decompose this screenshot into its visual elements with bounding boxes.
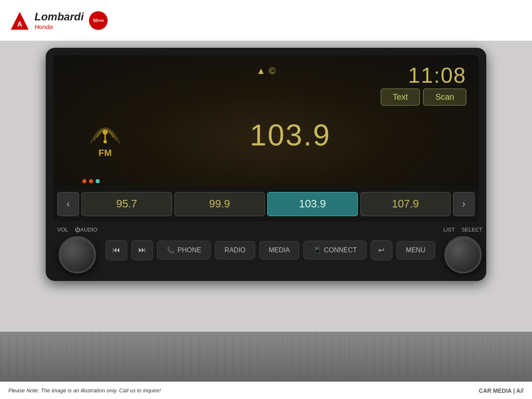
infotainment-screen: 11:08 ▲ © Text Scan FM 103 — [53, 55, 479, 222]
media-button[interactable]: MEDIA — [259, 241, 300, 259]
brand-sub: Honda — [34, 23, 84, 30]
dashboard-area — [0, 332, 532, 382]
logo-triangle-icon: A — [8, 9, 31, 32]
right-knob-section: LIST SELECT — [443, 227, 483, 273]
menu-button[interactable]: MENU — [397, 241, 435, 259]
brand-name: Lombardi — [34, 10, 84, 23]
phone-button[interactable]: 📞 PHONE — [157, 241, 211, 259]
fm-signal-icon — [86, 108, 124, 146]
skip-next-button[interactable]: ⏭ — [131, 240, 153, 260]
connect-button[interactable]: 📱 CONNECT — [303, 241, 366, 259]
preset-1039[interactable]: 103.9 — [267, 192, 358, 216]
anniversary-badge: 50ANS — [89, 11, 108, 30]
preset-prev-button[interactable]: ‹ — [57, 192, 79, 216]
list-label: LIST — [443, 227, 455, 233]
top-buttons-area[interactable]: Text Scan — [381, 89, 466, 106]
time-display: 11:08 — [408, 63, 466, 88]
preset-next-button[interactable]: › — [453, 192, 475, 216]
car-media-brand: CAR MEDIA | A// — [479, 387, 524, 394]
audio-label: ⏻AUDIO — [75, 227, 97, 233]
bottom-buttons[interactable]: ⏮ ⏭ 📞 PHONE RADIO MEDIA 📱 CONNECT ↩ MENU — [106, 240, 435, 260]
preset-999[interactable]: 99.9 — [175, 192, 265, 216]
fm-label: FM — [99, 148, 112, 158]
dot-3 — [96, 179, 100, 183]
controls-row: VOL ⏻AUDIO ⏮ ⏭ 📞 PHONE RADIO MEDIA 📱 CON… — [53, 227, 479, 273]
fm-icon-area: FM — [86, 108, 124, 158]
scan-button[interactable]: Scan — [423, 89, 466, 106]
copyright-icon: © — [269, 66, 276, 76]
disclaimer-text: Please Note: The image is an illustratio… — [8, 387, 161, 394]
preset-957[interactable]: 95.7 — [81, 192, 172, 216]
dot-1 — [82, 179, 86, 183]
dot-2 — [89, 179, 93, 183]
right-knob-labels: LIST SELECT — [443, 227, 483, 233]
presets-bar[interactable]: ‹ 95.7 99.9 103.9 107.9 › — [53, 186, 479, 222]
skip-prev-button[interactable]: ⏮ — [106, 240, 127, 260]
select-knob[interactable] — [444, 236, 482, 273]
page-dots — [82, 179, 100, 183]
phone-icon: 📞 — [167, 246, 175, 254]
svg-point-4 — [103, 140, 107, 143]
map-icon: ▲ — [256, 66, 266, 76]
logo-container: A Lombardi Honda 50ANS — [8, 9, 108, 32]
top-icons-area: ▲ © — [256, 66, 276, 76]
frequency-display: 103.9 — [250, 118, 331, 152]
volume-knob[interactable] — [59, 236, 96, 273]
vol-label: VOL — [57, 227, 68, 233]
preset-1079[interactable]: 107.9 — [360, 192, 451, 216]
top-bar: A Lombardi Honda 50ANS — [0, 0, 532, 42]
radio-button[interactable]: RADIO — [215, 241, 255, 259]
select-label: SELECT — [461, 227, 483, 233]
connect-icon: 📱 — [313, 246, 321, 254]
svg-text:A: A — [17, 20, 22, 28]
left-knob-section: VOL ⏻AUDIO — [57, 227, 97, 273]
infotainment-unit: 11:08 ▲ © Text Scan FM 103 — [46, 48, 486, 281]
left-knob-labels: VOL ⏻AUDIO — [57, 227, 97, 233]
back-button[interactable]: ↩ — [371, 240, 392, 260]
bottom-bar: Please Note: The image is an illustratio… — [0, 382, 532, 399]
text-button[interactable]: Text — [381, 89, 420, 106]
